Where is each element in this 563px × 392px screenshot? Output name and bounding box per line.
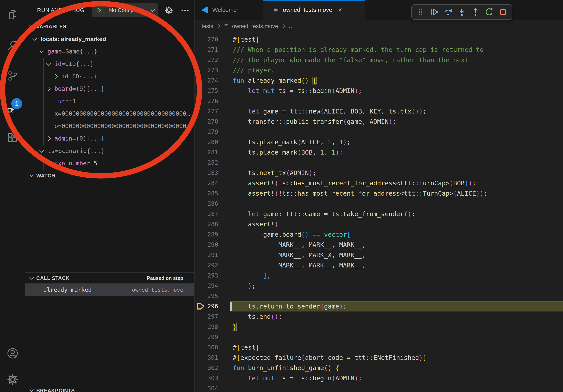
- call-stack-frame[interactable]: already_marked owned_tests.move: [25, 283, 194, 296]
- stop-icon[interactable]: [497, 6, 509, 18]
- chevron-right-icon[interactable]: [46, 136, 51, 141]
- section-breakpoints[interactable]: BREAKPOINTS: [25, 385, 194, 392]
- source-control-icon[interactable]: [0, 65, 25, 87]
- code-line[interactable]: 280 ts.place_mark(ALICE, 1, 1);: [194, 137, 563, 147]
- line-number[interactable]: 299: [194, 332, 230, 342]
- continue-icon[interactable]: [429, 6, 440, 18]
- line-number[interactable]: 272: [194, 55, 230, 65]
- line-number[interactable]: 294: [194, 281, 230, 291]
- line-number[interactable]: 275: [194, 86, 230, 96]
- code-line[interactable]: 299: [194, 332, 563, 342]
- debug-settings-gear-icon[interactable]: [163, 5, 174, 16]
- line-number[interactable]: 300: [194, 342, 230, 353]
- code-line[interactable]: 302fun burn_unfinished_game() {: [194, 363, 563, 373]
- chevron-right-icon[interactable]: [46, 86, 51, 91]
- line-number[interactable]: 273: [194, 65, 230, 75]
- variable-row[interactable]: game = Game{...}: [25, 45, 194, 58]
- line-number[interactable]: 289: [194, 229, 230, 240]
- line-number[interactable]: 286: [194, 198, 230, 209]
- line-number[interactable]: 281: [194, 147, 230, 157]
- chevron-down-icon[interactable]: [29, 388, 34, 392]
- chevron-down-icon[interactable]: [39, 49, 44, 53]
- line-number[interactable]: 278: [194, 117, 230, 127]
- chevron-right-icon[interactable]: [53, 74, 58, 78]
- code-line[interactable]: 278 transfer::public_transfer(game, ADMI…: [194, 117, 563, 127]
- variable-row[interactable]: turn = 1: [25, 95, 194, 107]
- more-actions-icon[interactable]: [179, 5, 191, 16]
- step-over-icon[interactable]: [442, 6, 454, 18]
- variable-row[interactable]: x = 000000000000000000000000000000000000…: [25, 107, 194, 120]
- line-number[interactable]: 297: [194, 312, 230, 322]
- breadcrumb-item[interactable]: …: [289, 23, 294, 29]
- line-number[interactable]: 304: [194, 383, 230, 392]
- line-number[interactable]: 287: [194, 209, 230, 219]
- code-line[interactable]: 298}: [194, 322, 563, 332]
- code-line[interactable]: 284 assert!(ts::has_most_recent_for_addr…: [194, 178, 563, 188]
- line-number[interactable]: 302: [194, 363, 230, 373]
- code-line[interactable]: 288 assert!(: [194, 219, 563, 229]
- code-line[interactable]: 270#[test]: [194, 34, 563, 45]
- toolbar-drag-handle-icon[interactable]: [415, 6, 426, 18]
- code-line[interactable]: 303 let mut ts = ts::begin(ADMIN);: [194, 373, 563, 383]
- search-icon[interactable]: [0, 35, 25, 56]
- code-line[interactable]: 290 MARK__, MARK__, MARK__,: [194, 240, 563, 250]
- line-number[interactable]: 285: [194, 188, 230, 198]
- code-line[interactable]: 273/// player.: [194, 65, 563, 75]
- line-number[interactable]: 277: [194, 106, 230, 117]
- line-number[interactable]: 298: [194, 322, 230, 332]
- chevron-down-icon[interactable]: [29, 173, 34, 177]
- tab-welcome[interactable]: Welcome: [194, 0, 263, 20]
- code-line[interactable]: 301#[expected_failure(abort_code = ttt::…: [194, 353, 563, 363]
- chevron-down-icon[interactable]: [33, 36, 37, 41]
- line-number[interactable]: 296: [194, 301, 230, 312]
- tab-owned-tests-move[interactable]: owned_tests.move: [263, 0, 365, 20]
- code-line[interactable]: 274fun already_marked() {: [194, 75, 563, 86]
- code-line[interactable]: 289 game.board() == vector[: [194, 229, 563, 240]
- code-line[interactable]: 296 ts.return_to_sender(game);: [194, 301, 563, 312]
- restart-icon[interactable]: [484, 6, 495, 18]
- line-number[interactable]: 279: [194, 127, 230, 137]
- chevron-down-icon[interactable]: [29, 275, 34, 280]
- extensions-icon[interactable]: [0, 127, 25, 149]
- code-line[interactable]: 293 ],: [194, 270, 563, 281]
- line-number[interactable]: 274: [194, 75, 230, 86]
- variables-scope-row[interactable]: locals: already_marked: [25, 33, 194, 45]
- step-out-icon[interactable]: [470, 6, 481, 18]
- variable-row[interactable]: board = (9)[...]: [25, 82, 194, 95]
- line-number[interactable]: 284: [194, 178, 230, 188]
- variable-row[interactable]: id = UID{...}: [25, 58, 194, 70]
- code-line[interactable]: 304: [194, 383, 563, 392]
- code-line[interactable]: 294 );: [194, 281, 563, 291]
- line-number[interactable]: 270: [194, 34, 230, 45]
- breadcrumb-item[interactable]: tests: [202, 23, 213, 29]
- account-icon[interactable]: [0, 342, 25, 364]
- code-line[interactable]: 285 assert!(!ts::has_most_recent_for_add…: [194, 188, 563, 198]
- line-number[interactable]: 271: [194, 45, 230, 55]
- code-line[interactable]: 283 ts.next_tx(ADMIN);: [194, 168, 563, 178]
- line-number[interactable]: 291: [194, 250, 230, 260]
- code-line[interactable]: 279: [194, 127, 563, 137]
- code-line[interactable]: 286: [194, 198, 563, 209]
- chevron-down-icon[interactable]: [46, 61, 51, 65]
- code-line[interactable]: 295: [194, 291, 563, 301]
- line-number[interactable]: 295: [194, 291, 230, 301]
- line-number[interactable]: 282: [194, 157, 230, 168]
- code-line[interactable]: 272/// the player who made the "false" m…: [194, 55, 563, 65]
- code-line[interactable]: 291 MARK__, MARK_X, MARK__,: [194, 250, 563, 260]
- code-line[interactable]: 282: [194, 157, 563, 168]
- line-number[interactable]: 283: [194, 168, 230, 178]
- code-line[interactable]: 275 let mut ts = ts::begin(ADMIN);: [194, 86, 563, 96]
- line-number[interactable]: 280: [194, 137, 230, 147]
- section-call-stack[interactable]: CALL STACK Paused on step: [25, 272, 194, 284]
- code-line[interactable]: 277 let game = ttt::new(ALICE, BOB, KEY,…: [194, 106, 563, 117]
- line-number[interactable]: 293: [194, 270, 230, 281]
- line-number[interactable]: 288: [194, 219, 230, 229]
- line-number[interactable]: 276: [194, 96, 230, 106]
- line-number[interactable]: 301: [194, 353, 230, 363]
- code-line[interactable]: 276: [194, 96, 563, 106]
- variable-row[interactable]: o = 000000000000000000000000000000000000…: [25, 120, 194, 132]
- debug-config-dropdown[interactable]: No Configur: [92, 3, 158, 17]
- step-into-icon[interactable]: [456, 6, 468, 18]
- close-icon[interactable]: [337, 7, 343, 13]
- line-number[interactable]: 303: [194, 373, 230, 383]
